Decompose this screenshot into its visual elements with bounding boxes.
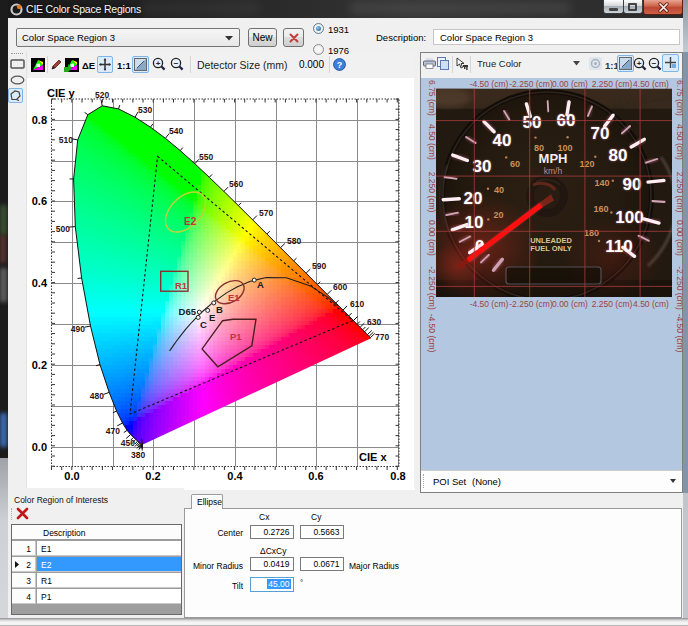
- svg-text:50: 50: [523, 113, 542, 132]
- svg-text:MPH: MPH: [539, 151, 568, 166]
- svg-text:590: 590: [312, 261, 326, 271]
- svg-text:110: 110: [605, 237, 632, 256]
- svg-text:P1: P1: [230, 331, 242, 342]
- svg-text:-4.50 (cm): -4.50 (cm): [470, 79, 509, 89]
- svg-text:0.6: 0.6: [32, 195, 47, 207]
- svg-text:-2.250 (cm): -2.250 (cm): [675, 266, 683, 310]
- svg-text:600: 600: [333, 282, 347, 292]
- svg-text:0.0: 0.0: [32, 441, 47, 453]
- svg-text:100: 100: [615, 208, 643, 227]
- svg-text:E1: E1: [228, 292, 240, 303]
- svg-text:70: 70: [591, 124, 610, 143]
- svg-text:0.00 (cm): 0.00 (cm): [675, 220, 683, 256]
- svg-text:A: A: [257, 279, 264, 290]
- svg-text:0.6: 0.6: [308, 470, 323, 482]
- svg-text:C: C: [200, 319, 207, 330]
- svg-text:-2.250 (cm): -2.250 (cm): [509, 299, 553, 309]
- svg-text:0.8: 0.8: [32, 114, 47, 126]
- svg-text:−: −: [652, 59, 657, 68]
- svg-text:630: 630: [367, 317, 381, 327]
- svg-text:6.75 (cm): 6.75 (cm): [675, 80, 683, 116]
- svg-text:550: 550: [199, 152, 213, 162]
- svg-text:0.2: 0.2: [32, 359, 47, 371]
- svg-text:770: 770: [375, 332, 389, 342]
- svg-text:510: 510: [59, 135, 73, 145]
- svg-text:-4.50 (cm): -4.50 (cm): [675, 314, 683, 353]
- svg-text:-2.250 (cm): -2.250 (cm): [427, 266, 437, 310]
- svg-text:0.4: 0.4: [32, 277, 48, 289]
- svg-text:180: 180: [584, 228, 599, 238]
- svg-text:0.2: 0.2: [145, 470, 160, 482]
- svg-text:490: 490: [71, 324, 85, 334]
- svg-text:380: 380: [131, 450, 145, 460]
- svg-text:40: 40: [494, 185, 504, 195]
- svg-text:+: +: [156, 59, 161, 68]
- svg-text:2.250 (cm): 2.250 (cm): [592, 79, 633, 89]
- svg-text:90: 90: [623, 175, 642, 194]
- svg-text:+: +: [637, 59, 642, 68]
- svg-text:2.250 (cm): 2.250 (cm): [675, 172, 683, 213]
- svg-text:R1: R1: [175, 280, 188, 291]
- svg-text:530: 530: [138, 105, 152, 115]
- svg-text:D65: D65: [179, 306, 197, 317]
- svg-text:0.00 (cm): 0.00 (cm): [552, 79, 588, 89]
- svg-text:4.50 (cm): 4.50 (cm): [633, 299, 669, 309]
- svg-text:480: 480: [90, 391, 104, 401]
- svg-text:30: 30: [473, 157, 492, 176]
- svg-text:20: 20: [493, 210, 503, 220]
- svg-text:40: 40: [493, 131, 512, 150]
- svg-text:FUEL ONLY: FUEL ONLY: [530, 244, 572, 253]
- svg-text:80: 80: [609, 146, 628, 165]
- svg-text:580: 580: [287, 236, 301, 246]
- svg-text:4.50 (cm): 4.50 (cm): [675, 124, 683, 160]
- svg-text:CIE x: CIE x: [359, 451, 387, 463]
- svg-text:2.250 (cm): 2.250 (cm): [592, 299, 633, 309]
- svg-text:6.75 (cm): 6.75 (cm): [427, 80, 437, 116]
- svg-text:0.00 (cm): 0.00 (cm): [427, 220, 437, 256]
- svg-text:610: 610: [350, 299, 364, 309]
- svg-text:4.50 (cm): 4.50 (cm): [427, 124, 437, 160]
- svg-text:60: 60: [510, 159, 520, 169]
- svg-text:-4.50 (cm): -4.50 (cm): [470, 299, 509, 309]
- svg-text:4.50 (cm): 4.50 (cm): [633, 79, 669, 89]
- svg-text:0.00 (cm): 0.00 (cm): [552, 299, 588, 309]
- svg-text:450: 450: [121, 438, 135, 448]
- svg-text:570: 570: [259, 208, 273, 218]
- svg-text:0.8: 0.8: [390, 470, 405, 482]
- svg-text:0.0: 0.0: [64, 470, 79, 482]
- svg-text:CIE y: CIE y: [47, 87, 75, 99]
- svg-text:2.250 (cm): 2.250 (cm): [427, 172, 437, 213]
- svg-text:-2.250 (cm): -2.250 (cm): [509, 79, 553, 89]
- svg-text:120: 120: [579, 159, 594, 169]
- svg-text:160: 160: [593, 204, 608, 214]
- svg-text:B: B: [216, 304, 223, 315]
- svg-text:140: 140: [594, 178, 609, 188]
- svg-text:470: 470: [106, 426, 120, 436]
- svg-text:km/h: km/h: [544, 166, 563, 176]
- svg-text:20: 20: [464, 189, 483, 208]
- svg-text:E: E: [209, 312, 215, 323]
- svg-text:-4.50 (cm): -4.50 (cm): [427, 314, 437, 353]
- svg-text:−: −: [174, 59, 179, 68]
- svg-text:540: 540: [169, 126, 183, 136]
- svg-text:500: 500: [56, 224, 70, 234]
- svg-text:E2: E2: [184, 216, 197, 227]
- svg-text:?: ?: [337, 60, 343, 70]
- svg-text:0.4: 0.4: [227, 470, 243, 482]
- svg-text:560: 560: [229, 179, 243, 189]
